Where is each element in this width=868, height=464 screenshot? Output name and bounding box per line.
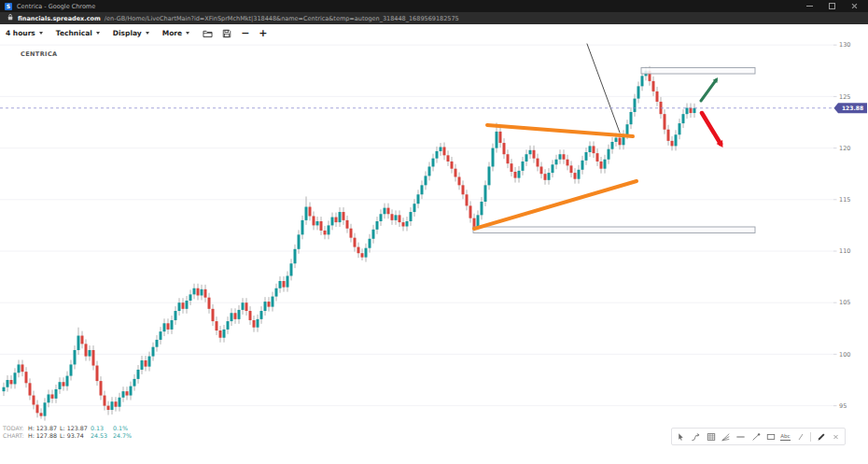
last-price-badge: 123.88 <box>834 103 868 113</box>
spreadex-logo-icon: S <box>5 3 12 10</box>
chevron-down-icon <box>96 32 100 35</box>
resistance-box[interactable] <box>641 68 755 75</box>
svg-text:100: 100 <box>839 351 850 359</box>
legend-high: H: 127.88 <box>28 432 60 440</box>
elbow-arrow-icon[interactable] <box>691 431 701 443</box>
display-menu[interactable]: Display <box>113 29 149 37</box>
maximize-icon[interactable] <box>829 3 835 9</box>
zoom-in-button[interactable]: + <box>259 29 267 38</box>
slash-icon[interactable] <box>795 431 805 443</box>
legend-change-pct: 24.7% <box>113 432 132 440</box>
legend-row-today: TODAY:H: 123.87L: 123.870.130.1% <box>3 425 132 432</box>
window-titlebar: S Centrica - Google Chrome <box>0 0 868 12</box>
chevron-down-icon <box>146 32 149 35</box>
legend-high: H: 123.87 <box>28 425 60 432</box>
svg-text:130: 130 <box>839 42 850 49</box>
pointer-line[interactable] <box>587 44 620 133</box>
legend-label: CHART: <box>3 432 28 440</box>
chevron-down-icon <box>186 32 189 35</box>
technical-menu[interactable]: Technical <box>56 29 100 37</box>
price-chart[interactable]: 13012512011511010510095Feb71421Mar714212… <box>0 42 868 464</box>
timeframe-menu[interactable]: 4 hours <box>6 29 43 37</box>
close-icon[interactable] <box>851 3 858 9</box>
more-menu[interactable]: More <box>162 29 189 37</box>
delete-icon[interactable] <box>831 431 841 443</box>
more-menu-label: More <box>162 29 182 37</box>
lock-icon[interactable] <box>7 13 14 23</box>
window-title: Centrica - Google Chrome <box>17 3 95 10</box>
text-tool-label: Abc <box>780 433 790 441</box>
down-arrow[interactable] <box>702 113 722 148</box>
legend-change-pct: 0.1% <box>113 425 128 432</box>
open-folder-icon[interactable] <box>203 29 213 38</box>
grid-icon[interactable] <box>706 431 716 443</box>
support-box[interactable] <box>473 227 755 233</box>
price-legend: TODAY:H: 123.87L: 123.870.130.1% CHART:H… <box>3 425 132 440</box>
toolbar-separator <box>810 432 811 442</box>
svg-text:110: 110 <box>839 247 850 255</box>
trend-line-icon[interactable] <box>750 431 761 443</box>
trendline-lower[interactable] <box>474 181 637 229</box>
gridlines <box>0 42 833 406</box>
timeframe-menu-label: 4 hours <box>6 29 35 37</box>
save-icon[interactable] <box>222 29 231 38</box>
fan-lines-icon[interactable] <box>721 431 731 443</box>
svg-text:115: 115 <box>839 196 850 204</box>
chart-area: 13012512011511010510095Feb71421Mar714212… <box>0 42 868 464</box>
browser-url-bar[interactable]: financials.spreadex.com/en-GB/Home/LiveC… <box>0 12 868 24</box>
technical-menu-label: Technical <box>56 29 92 37</box>
chevron-down-icon <box>39 32 43 35</box>
legend-low: L: 93.74 <box>60 432 91 440</box>
svg-text:120: 120 <box>839 145 850 152</box>
svg-text:123.88: 123.88 <box>842 105 863 111</box>
drawing-toolbar: Abc <box>671 428 846 445</box>
legend-change: 24.53 <box>91 432 113 440</box>
cursor-icon[interactable] <box>676 431 686 443</box>
url-path: /en-GB/Home/LiveChartMain?id=XFinSprMchM… <box>105 15 459 22</box>
legend-row-chart: CHART:H: 127.88L: 93.7424.5324.7% <box>3 432 132 440</box>
rectangle-icon[interactable] <box>765 431 776 443</box>
chart-drawings[interactable] <box>0 44 833 233</box>
url-domain: financials.spreadex.com <box>18 15 101 22</box>
chart-toolbar: 4 hours Technical Display More − + <box>0 24 868 43</box>
text-icon[interactable]: Abc <box>780 431 791 443</box>
browser-window: S Centrica - Google Chrome financials.sp… <box>0 0 868 464</box>
legend-label: TODAY: <box>3 425 28 432</box>
horizontal-line-icon[interactable] <box>735 431 746 443</box>
svg-text:105: 105 <box>839 299 850 306</box>
candlesticks <box>3 66 696 421</box>
zoom-out-button[interactable]: − <box>241 29 249 38</box>
svg-text:125: 125 <box>839 93 850 101</box>
display-menu-label: Display <box>113 29 142 37</box>
svg-text:95: 95 <box>839 402 847 410</box>
pencil-icon[interactable] <box>816 431 826 443</box>
trendline-upper[interactable] <box>487 125 633 136</box>
legend-low: L: 123.87 <box>60 425 91 432</box>
symbol-label: CENTRICA <box>21 50 58 58</box>
up-arrow[interactable] <box>701 77 718 101</box>
minimize-icon[interactable] <box>806 6 813 7</box>
legend-change: 0.13 <box>91 425 113 432</box>
